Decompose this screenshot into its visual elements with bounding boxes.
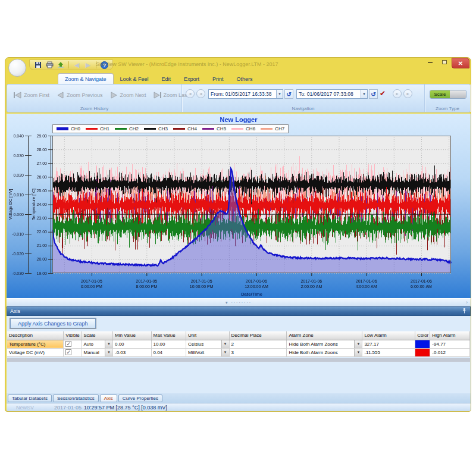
ribbon-tab-edit[interactable]: Edit bbox=[155, 74, 178, 84]
cell-scale[interactable]: Manual▼ bbox=[82, 348, 112, 356]
title-bar: ◀ ▶ ? SiteView SW Viewer - (MicroEdge In… bbox=[5, 58, 471, 72]
zoom-first-button[interactable]: Zoom First bbox=[10, 88, 52, 102]
cell-min-value[interactable]: 0.00 bbox=[112, 340, 151, 348]
legend-item-ch5[interactable]: CH5 bbox=[202, 126, 226, 131]
bottom-tab-tabular-datasets[interactable]: Tabular Datasets bbox=[8, 394, 52, 402]
legend-item-ch2[interactable]: CH2 bbox=[115, 126, 139, 131]
cell-alarm-zone[interactable]: Hide Both Alarm Zoons▼ bbox=[287, 348, 362, 356]
maximize-button[interactable] bbox=[437, 58, 452, 67]
save-icon[interactable] bbox=[33, 61, 43, 69]
chart-canvas[interactable] bbox=[7, 114, 471, 298]
cell-description[interactable]: Temperature (°C) bbox=[7, 340, 64, 348]
legend-item-ch7[interactable]: CH7 bbox=[261, 126, 284, 131]
chevron-down-icon[interactable]: ▼ bbox=[221, 349, 229, 356]
cell-visible[interactable]: ✓ bbox=[64, 348, 82, 356]
cell-scale[interactable]: Auto▼ bbox=[82, 340, 112, 348]
bottom-tab-session-statistics[interactable]: Session/Statistics bbox=[53, 394, 99, 402]
zoom-next-button[interactable]: Zoom Next bbox=[106, 88, 149, 102]
cell-unit[interactable]: MilliVolt▼ bbox=[186, 348, 229, 356]
chevron-down-icon[interactable]: ▼ bbox=[276, 90, 283, 98]
splitter-grip-icon[interactable]: ▾ ········ bbox=[226, 300, 252, 305]
group-label: Zoom Type bbox=[425, 106, 470, 111]
panel-splitter[interactable]: ▾ ········ › bbox=[7, 298, 471, 306]
cell-color[interactable] bbox=[415, 348, 430, 356]
legend-swatch bbox=[57, 127, 68, 130]
axis-panel-body: Apply Axis Changes to Graph DescriptionV… bbox=[7, 316, 471, 393]
ribbon-tab-look-feel[interactable]: Look & Feel bbox=[114, 74, 155, 84]
to-date-field[interactable]: To: 01/06/2017 07:33:08 ▼ bbox=[296, 89, 368, 99]
nav-previous-button[interactable]: ◂ bbox=[196, 89, 205, 98]
chevron-down-icon[interactable]: ▼ bbox=[105, 349, 112, 356]
axis-table-header-row: DescriptionVisibleScaleMin ValueMax Valu… bbox=[7, 331, 470, 340]
zoom-previous-button[interactable]: Zoom Previous bbox=[52, 88, 106, 102]
apply-range-check-icon[interactable]: ✔ bbox=[380, 89, 390, 99]
cell-decimal-place[interactable]: 3 bbox=[229, 348, 287, 356]
cell-decimal-place[interactable]: 2 bbox=[229, 340, 287, 348]
forward-icon[interactable]: ▶ bbox=[83, 61, 93, 69]
nav-first-button[interactable]: ◂ bbox=[186, 89, 195, 98]
chevron-down-icon[interactable]: ▼ bbox=[105, 340, 112, 348]
legend-swatch bbox=[231, 128, 243, 130]
chevron-down-icon[interactable]: ▼ bbox=[221, 340, 229, 348]
cell-high-alarm[interactable]: -94.77 bbox=[430, 340, 470, 348]
navigation-group: ◂ ◂ From: 01/05/2017 16:33:38 ▼ ↺ To: 01… bbox=[182, 84, 425, 112]
window-title: SiteView SW Viewer - (MicroEdge Instrume… bbox=[96, 61, 278, 67]
bottom-tab-curve-properties[interactable]: Curve Properties bbox=[118, 394, 162, 402]
chevron-down-icon[interactable]: ▼ bbox=[361, 90, 367, 98]
chart-title: New Logger bbox=[7, 116, 471, 123]
legend-label: CH2 bbox=[129, 126, 139, 131]
cell-description[interactable]: Voltage DC (mV) bbox=[7, 348, 64, 356]
cell-max-value[interactable]: 10.00 bbox=[151, 340, 186, 348]
apply-axis-changes-button[interactable]: Apply Axis Changes to Graph bbox=[10, 318, 96, 328]
chevron-down-icon[interactable]: ▼ bbox=[354, 340, 362, 348]
legend-item-ch0[interactable]: CH0 bbox=[57, 126, 80, 131]
app-logo-icon[interactable] bbox=[8, 59, 26, 77]
ribbon-tab-zoom-navigate[interactable]: Zoom & Navigate bbox=[58, 73, 114, 84]
cell-high-alarm[interactable]: -0.012 bbox=[430, 348, 470, 356]
status-date-label: 2017-01-05 bbox=[54, 405, 82, 411]
legend-item-ch4[interactable]: CH4 bbox=[173, 126, 197, 131]
column-header-alarm-zone: Alarm Zone bbox=[287, 331, 362, 340]
cell-color[interactable] bbox=[415, 340, 430, 348]
chevron-down-icon[interactable]: ▼ bbox=[354, 349, 362, 356]
checkbox-icon[interactable]: ✓ bbox=[65, 341, 71, 347]
cell-low-alarm[interactable]: -11.555 bbox=[362, 348, 415, 356]
back-icon[interactable]: ◀ bbox=[72, 61, 82, 69]
cell-low-alarm[interactable]: 327.17 bbox=[362, 340, 415, 348]
nav-last-button[interactable]: ▸ bbox=[403, 89, 412, 98]
ribbon-tab-print[interactable]: Print bbox=[206, 74, 230, 84]
legend-item-ch6[interactable]: CH6 bbox=[231, 126, 255, 131]
cell-min-value[interactable]: -0.03 bbox=[112, 348, 151, 356]
minimize-button[interactable] bbox=[423, 58, 437, 67]
from-date-field[interactable]: From: 01/05/2017 16:33:38 ▼ bbox=[208, 89, 283, 99]
zoom-history-group: Zoom FirstZoom PreviousZoom NextZoom Las… bbox=[7, 84, 182, 112]
export-icon[interactable] bbox=[56, 61, 65, 69]
from-reset-icon[interactable]: ↺ bbox=[284, 89, 293, 99]
to-reset-icon[interactable]: ↺ bbox=[369, 89, 378, 99]
zoom-type-toggle[interactable]: Scale bbox=[430, 90, 466, 99]
cell-visible[interactable]: ✓ bbox=[64, 340, 82, 348]
pin-icon[interactable] bbox=[462, 308, 467, 315]
cell-max-value[interactable]: 0.04 bbox=[151, 348, 186, 356]
cell-alarm-zone[interactable]: Hide Both Alarm Zoons▼ bbox=[287, 340, 362, 348]
ribbon-tab-others[interactable]: Others bbox=[230, 74, 259, 84]
legend-label: CH3 bbox=[158, 126, 168, 131]
group-label: Zoom History bbox=[7, 106, 181, 111]
ribbon-tab-export[interactable]: Export bbox=[177, 74, 206, 84]
color-swatch[interactable] bbox=[415, 349, 430, 356]
legend-label: CH6 bbox=[246, 126, 255, 131]
print-icon[interactable] bbox=[45, 61, 54, 69]
close-button[interactable]: ✕ bbox=[452, 58, 469, 68]
cell-unit[interactable]: Celsius▼ bbox=[186, 340, 229, 348]
legend-item-ch1[interactable]: CH1 bbox=[86, 126, 109, 131]
zoom-type-scale-label: Scale bbox=[430, 90, 450, 98]
column-header-min-value: Min Value bbox=[112, 331, 151, 340]
legend-item-ch3[interactable]: CH3 bbox=[144, 126, 168, 131]
legend-label: CH5 bbox=[217, 126, 226, 131]
nav-next-button[interactable]: ▸ bbox=[393, 89, 402, 98]
zoom-history-buttons: Zoom FirstZoom PreviousZoom NextZoom Las… bbox=[10, 88, 192, 102]
checkbox-icon[interactable]: ✓ bbox=[65, 349, 71, 355]
color-swatch[interactable] bbox=[415, 340, 430, 348]
bottom-tab-axis[interactable]: Axis bbox=[100, 394, 117, 402]
collapse-chevron-icon[interactable]: › bbox=[466, 299, 468, 305]
